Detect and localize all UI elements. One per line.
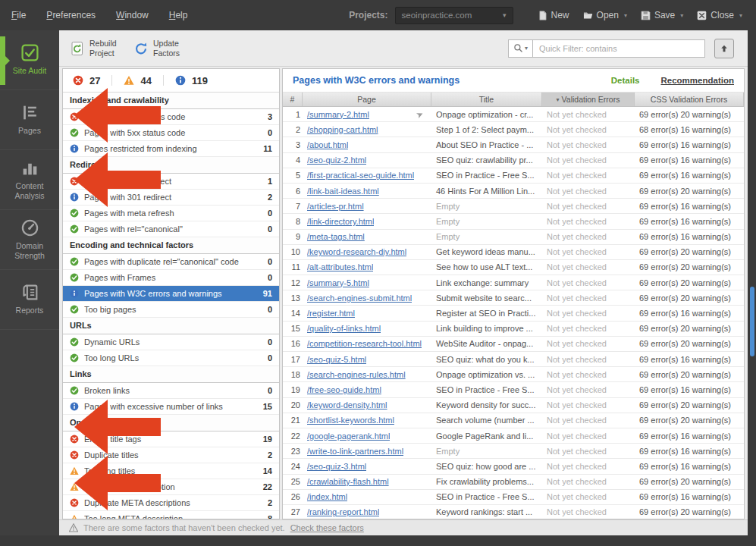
factor-item-duplicate-titles[interactable]: Duplicate titles2 [63,447,279,463]
scrollbar-thumb[interactable] [750,287,754,356]
factor-item-empty-meta-description[interactable]: Empty META description22 [63,479,279,495]
column-header-validation-errors[interactable]: ▾Validation Errors [542,93,635,106]
table-row[interactable]: 6/link-bait-ideas.html46 Hints For A Mil… [283,184,744,199]
table-row[interactable]: 11/alt-attributes.htmlSee how to use ALT… [283,260,744,275]
factor-item-pages-with-4xx-status-code[interactable]: Pages with 4xx status code3 [63,109,279,125]
table-row[interactable]: 17/seo-quiz-5.htmlSEO quiz: what do you … [283,352,744,367]
factor-item-pages-with-w3c-errors-and-warnings[interactable]: Pages with W3C errors and warnings91 [63,286,279,302]
page-link[interactable]: /articles-pr.html [307,202,364,211]
page-link[interactable]: /register.html [307,309,355,318]
page-link[interactable]: /seo-quiz-5.html [307,355,366,364]
table-row[interactable]: 7/articles-pr.htmlEmptyNot yet checked69… [283,199,744,214]
table-row[interactable]: 26/index.htmlSEO in Practice - Free S...… [283,490,744,505]
column-header-css-validation-errors[interactable]: CSS Validation Errors [635,93,744,106]
factor-item-duplicate-meta-descriptions[interactable]: Duplicate META descriptions2 [63,495,279,511]
factor-item-pages-with-302-redirect[interactable]: Pages with 302 redirect1 [63,174,279,190]
page-link[interactable]: /free-seo-guide.html [307,385,381,394]
page-link[interactable]: /keyword-research-diy.html [307,247,406,256]
factor-item-empty-title-tags[interactable]: Empty title tags19 [63,431,279,447]
column-header-[interactable]: # [283,93,303,106]
table-row[interactable]: 4/seo-quiz-2.htmlSEO quiz: crawlability … [283,153,744,168]
menu-item-window[interactable]: Window [116,10,149,20]
factor-item-broken-links[interactable]: Broken links0 [63,383,279,399]
factor-item-pages-with-5xx-status-code[interactable]: Pages with 5xx status code0 [63,125,279,141]
factor-item-pages-with-frames[interactable]: Pages with Frames0 [63,270,279,286]
quick-filter-input[interactable] [532,39,705,58]
table-row[interactable]: 20/keyword-density.htmlKeyword density f… [283,398,744,413]
page-link[interactable]: /seo-quiz-2.html [307,155,366,165]
menu-item-file[interactable]: File [11,10,26,20]
page-link[interactable]: /link-bait-ideas.html [307,187,379,196]
table-row[interactable]: 5/first-practical-seo-guide.htmlSEO in P… [283,168,744,184]
filter-panel-toggle-button[interactable] [714,39,734,58]
page-link[interactable]: /competition-research-tool.html [307,339,422,348]
sidebar-item-reports[interactable]: Reports [0,270,59,330]
column-header-title[interactable]: Title [431,93,542,106]
page-link[interactable]: /crawlability-flash.html [307,477,389,486]
table-row[interactable]: 18/search-engines-rules.htmlOnpage optim… [283,367,744,382]
table-row[interactable]: 24/seo-quiz-3.htmlSEO quiz: how good are… [283,459,744,474]
sidebar-item-domain-strength[interactable]: Domain Strength [0,210,59,270]
page-link[interactable]: /about.html [307,140,348,149]
close-button[interactable]: Close▾ [691,7,748,24]
factor-item-pages-with-301-redirect[interactable]: Pages with 301 redirect2 [63,190,279,206]
menu-item-preferences[interactable]: Preferences [46,10,96,20]
table-row[interactable]: 22/google-pagerank.htmlGoogle PageRank a… [283,428,744,444]
update-factors-button[interactable]: Update Factors [133,39,187,57]
page-link[interactable]: /google-pagerank.html [307,431,390,441]
page-link[interactable]: /search-engines-submit.html [307,293,412,303]
factor-item-too-long-meta-description[interactable]: Too long META description8 [63,511,279,519]
factor-item-pages-with-rel-canonical[interactable]: Pages with rel="canonical"0 [63,221,279,237]
table-row[interactable]: 21/shortlist-keywords.htmlSearch volume … [283,413,744,428]
factor-item-too-long-titles[interactable]: Too long titles14 [63,463,279,479]
table-row[interactable]: 13/search-engines-submit.htmlSubmit webs… [283,290,744,306]
page-link[interactable]: /alt-attributes.html [307,262,373,271]
table-row[interactable]: 8/link-directory.htmlEmptyNot yet checke… [283,214,744,229]
page-link[interactable]: /quality-of-links.html [307,324,381,333]
filter-mode-dropdown[interactable]: ▾ [508,39,532,58]
factor-item-pages-with-excessive-number-of-links[interactable]: Pages with excessive number of links15 [63,399,279,415]
check-factors-link[interactable]: Check these factors [290,523,364,532]
factor-item-pages-with-duplicate-rel-canonical-code[interactable]: Pages with duplicate rel="canonical" cod… [63,254,279,270]
new-button[interactable]: New [532,7,576,24]
factor-item-too-big-pages[interactable]: Too big pages0 [63,302,279,318]
page-link[interactable]: /shopping-cart.html [307,125,378,134]
table-row[interactable]: 25/crawlability-flash.htmlFix crawlabili… [283,475,744,490]
page-link[interactable]: /search-engines-rules.html [307,370,406,379]
table-row[interactable]: 16/competition-research-tool.htmlWebSite… [283,337,744,352]
sidebar-item-pages[interactable]: Pages [0,90,59,150]
table-row[interactable]: 15/quality-of-links.htmlLink building to… [283,322,744,337]
page-link[interactable]: /meta-tags.html [307,232,365,241]
details-tab[interactable]: Details [611,76,640,85]
table-row[interactable]: 19/free-seo-guide.htmlSEO in Practice - … [283,382,744,397]
table-row[interactable]: 14/register.htmlRegister at SEO in Pract… [283,306,744,321]
factor-item-too-long-urls[interactable]: Too long URLs0 [63,350,279,366]
table-row[interactable]: 9/meta-tags.htmlEmptyNot yet checked69 e… [283,230,744,245]
page-link[interactable]: /index.html [307,492,347,501]
project-select[interactable]: seoinpractice.com ▾ [395,7,513,24]
page-link[interactable]: /shortlist-keywords.html [307,416,394,425]
menu-item-help[interactable]: Help [169,10,188,20]
factor-item-dynamic-urls[interactable]: Dynamic URLs0 [63,334,279,350]
table-row[interactable]: 12/summary-5.htmlLink exchange: summaryN… [283,275,744,290]
sidebar-item-content-analysis[interactable]: Content Analysis [0,150,59,210]
page-link[interactable]: /summary-5.html [307,278,369,287]
table-row[interactable]: 27/ranking-report.htmlKeyword rankings: … [283,505,744,519]
table-row[interactable]: 1/summary-2.htmlOnpage optimization - cr… [283,107,744,122]
open-button[interactable]: Open▾ [577,7,633,24]
page-link[interactable]: /first-practical-seo-guide.html [307,171,414,180]
factor-item-pages-restricted-from-indexing[interactable]: Pages restricted from indexing11 [63,141,279,157]
factor-item-pages-with-meta-refresh[interactable]: Pages with meta refresh0 [63,206,279,221]
save-button[interactable]: Save▾ [635,7,689,24]
page-link[interactable]: /summary-2.html [307,110,369,119]
column-header-page[interactable]: Page [303,93,431,106]
table-row[interactable]: 2/shopping-cart.htmlStep 1 of 2: Select … [283,122,744,137]
table-row[interactable]: 3/about.htmlAbout SEO in Practice - ...N… [283,137,744,152]
page-link[interactable]: /keyword-density.html [307,400,387,410]
page-link[interactable]: /seo-quiz-3.html [307,462,366,471]
recommendation-tab[interactable]: Recommendation [661,76,735,85]
rebuild-project-button[interactable]: Rebuild Project [70,39,123,57]
page-link[interactable]: /ranking-report.html [307,507,379,516]
table-row[interactable]: 10/keyword-research-diy.htmlGet keyword … [283,245,744,260]
page-link[interactable]: /link-directory.html [307,217,374,226]
